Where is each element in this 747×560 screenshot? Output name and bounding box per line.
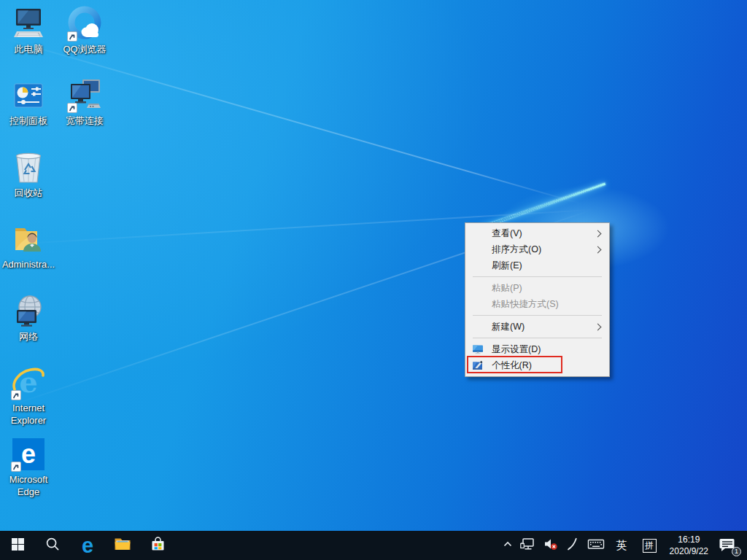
svg-text:e: e bbox=[21, 439, 36, 469]
desktop-icon-microsoft-edge[interactable]: e Microsoft Edge bbox=[0, 436, 57, 498]
taskbar-edge-button[interactable]: e bbox=[70, 531, 105, 560]
shortcut-arrow-icon bbox=[11, 390, 21, 400]
menu-icon-placeholder bbox=[472, 321, 492, 332]
microsoft-edge-icon: e bbox=[82, 532, 93, 559]
taskbar: e bbox=[0, 531, 747, 560]
pen-icon bbox=[565, 537, 580, 554]
file-explorer-icon bbox=[114, 536, 131, 555]
shortcut-arrow-icon bbox=[11, 462, 21, 472]
desktop-icon-label: Administra... bbox=[2, 259, 55, 271]
volume-tray-button[interactable] bbox=[540, 531, 562, 560]
shortcut-arrow-icon bbox=[67, 31, 77, 42]
taskbar-empty-area[interactable] bbox=[175, 531, 499, 560]
desktop-icon-this-pc[interactable]: 此电脑 bbox=[0, 6, 57, 56]
search-button[interactable] bbox=[35, 531, 70, 560]
menu-item-display-settings[interactable]: 显示设置(D) bbox=[465, 341, 609, 357]
menu-item-new[interactable]: 新建(W) bbox=[465, 319, 609, 335]
action-center-icon: 1 bbox=[718, 537, 740, 554]
menu-icon-placeholder bbox=[472, 228, 492, 239]
desktop-icon-label: QQ浏览器 bbox=[63, 44, 106, 56]
desktop-context-menu: 查看(V) 排序方式(O) 刷新(E) 粘贴(P) 粘贴快捷方式(S) 新建(W… bbox=[465, 222, 610, 377]
menu-icon-placeholder bbox=[472, 260, 492, 271]
desktop-icon-label: 宽带连接 bbox=[66, 115, 104, 128]
desktop-icon-broadband-connection[interactable]: 宽带连接 bbox=[56, 77, 113, 128]
internet-explorer-icon: e bbox=[10, 365, 47, 401]
ime-language-label: 英 bbox=[612, 539, 632, 553]
microsoft-store-icon bbox=[150, 537, 166, 555]
menu-item-refresh[interactable]: 刷新(E) bbox=[465, 257, 609, 273]
search-icon bbox=[45, 537, 60, 554]
taskbar-store-button[interactable] bbox=[140, 531, 175, 560]
user-folder-icon bbox=[10, 221, 47, 257]
taskbar-clock[interactable]: 16:19 2020/9/22 bbox=[664, 534, 714, 557]
menu-icon-placeholder bbox=[472, 244, 492, 255]
tray-overflow-button[interactable] bbox=[499, 531, 516, 560]
desktop-icon-control-panel[interactable]: 控制面板 bbox=[0, 77, 57, 128]
notification-count-badge: 1 bbox=[732, 547, 741, 556]
touch-keyboard-button[interactable] bbox=[584, 531, 608, 560]
action-center-button[interactable]: 1 bbox=[714, 531, 743, 560]
desktop-icon-qq-browser[interactable]: QQ浏览器 bbox=[56, 6, 113, 56]
system-tray: 英 拼 16:19 2020/9/22 1 bbox=[499, 531, 747, 560]
menu-icon-placeholder bbox=[472, 298, 492, 310]
display-settings-icon bbox=[472, 343, 492, 355]
touch-keyboard-icon bbox=[587, 537, 605, 554]
windows-desktop-screen: 此电脑 QQ浏览器 bbox=[0, 0, 747, 560]
desktop-icon-label: Internet Explorer bbox=[0, 402, 57, 427]
desktop-icon-label: 控制面板 bbox=[9, 115, 47, 128]
desktop-icon-label: Microsoft Edge bbox=[0, 474, 57, 498]
desktop-icon-label: 此电脑 bbox=[15, 44, 43, 56]
menu-separator bbox=[473, 276, 602, 277]
menu-item-personalize[interactable]: 个性化(R) bbox=[465, 357, 609, 373]
submenu-chevron-icon bbox=[595, 230, 602, 237]
desktop-icon-recycle-bin[interactable]: 回收站 bbox=[0, 149, 57, 200]
menu-item-paste-shortcut: 粘贴快捷方式(S) bbox=[465, 296, 609, 312]
desktop-icon-label: 回收站 bbox=[15, 187, 43, 200]
windows-start-icon bbox=[12, 538, 24, 553]
volume-muted-icon bbox=[543, 537, 558, 554]
pen-tray-button[interactable] bbox=[562, 531, 584, 560]
start-button[interactable] bbox=[0, 531, 35, 560]
network-tray-button[interactable] bbox=[516, 531, 540, 560]
network-ethernet-icon bbox=[520, 537, 536, 554]
recycle-bin-icon bbox=[10, 149, 47, 186]
ime-mode-indicator[interactable]: 拼 bbox=[635, 531, 664, 560]
menu-item-view[interactable]: 查看(V) bbox=[465, 225, 609, 241]
desktop-icon-internet-explorer[interactable]: e Internet Explorer bbox=[0, 365, 57, 427]
desktop-icon-network[interactable]: 网络 bbox=[0, 293, 57, 343]
ime-language-indicator[interactable]: 英 bbox=[608, 531, 635, 560]
desktop-icon-label: 网络 bbox=[19, 331, 38, 343]
shortcut-arrow-icon bbox=[67, 103, 77, 113]
chevron-up-icon bbox=[503, 539, 513, 552]
taskbar-file-explorer-button[interactable] bbox=[105, 531, 140, 560]
microsoft-edge-icon: e bbox=[10, 436, 47, 472]
wallpaper-windows-logo-edge bbox=[480, 183, 605, 229]
personalize-icon bbox=[472, 359, 492, 371]
clock-time: 16:19 bbox=[670, 534, 708, 545]
network-icon bbox=[10, 293, 47, 330]
menu-item-sort-by[interactable]: 排序方式(O) bbox=[465, 241, 609, 257]
menu-separator bbox=[473, 338, 602, 338]
menu-separator bbox=[473, 315, 602, 316]
submenu-chevron-icon bbox=[595, 323, 602, 330]
qq-browser-icon bbox=[66, 6, 103, 42]
menu-item-paste: 粘贴(P) bbox=[465, 280, 609, 296]
broadband-connection-icon bbox=[66, 77, 103, 114]
desktop-icon-administrator-folder[interactable]: Administra... bbox=[0, 221, 57, 271]
ime-pinyin-icon: 拼 bbox=[643, 539, 657, 553]
submenu-chevron-icon bbox=[595, 246, 602, 253]
this-pc-icon bbox=[10, 6, 47, 42]
control-panel-icon bbox=[10, 77, 47, 114]
menu-icon-placeholder bbox=[472, 282, 492, 294]
clock-date: 2020/9/22 bbox=[670, 545, 708, 557]
